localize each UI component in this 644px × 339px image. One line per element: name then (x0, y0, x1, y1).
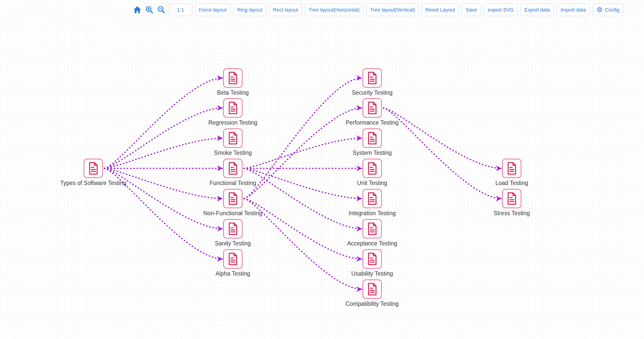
node-alpha[interactable] (223, 249, 242, 269)
node-root[interactable] (84, 159, 103, 178)
node-compatibility[interactable] (363, 280, 382, 299)
document-icon (367, 283, 377, 295)
tree-layout-vertical-button[interactable]: Tree layout(Vertical) (366, 4, 419, 16)
document-icon (367, 72, 377, 84)
node-sanity[interactable] (223, 219, 242, 238)
node-unit[interactable] (363, 159, 382, 178)
rect-layout-label: Rect layout (273, 7, 298, 13)
node-label-compatibility: Compatibility Testing (329, 300, 415, 307)
ring-layout-button[interactable]: Ring layout (233, 4, 266, 16)
node-acceptance[interactable] (363, 219, 382, 238)
document-icon (228, 102, 238, 114)
document-icon (506, 162, 517, 175)
save-button[interactable]: Save (462, 4, 481, 16)
import-data-button[interactable]: Import data (557, 4, 590, 16)
document-icon (367, 102, 377, 114)
node-label-beta: Beta Testing (190, 89, 276, 96)
export-data-button[interactable]: Export data (521, 4, 554, 16)
document-icon (367, 192, 377, 205)
document-icon (367, 162, 377, 175)
node-integration[interactable] (363, 189, 382, 208)
node-label-regression: Regression Testing (190, 119, 276, 126)
reset-layout-label: Reset Layout (425, 7, 455, 13)
document-icon (506, 192, 517, 205)
node-label-acceptance: Acceptance Testing (329, 240, 415, 247)
node-label-system: System Testing (329, 149, 415, 156)
document-icon (228, 72, 238, 84)
node-label-functional: Functional Testing (190, 180, 276, 186)
document-icon (228, 162, 238, 175)
config-button[interactable]: ⚙Config (593, 4, 623, 16)
node-regression[interactable] (223, 98, 242, 118)
home-icon[interactable] (133, 5, 142, 14)
graph-canvas: Types of Software TestingBeta TestingReg… (0, 0, 644, 339)
node-label-alpha: Alpha Testing (190, 270, 276, 277)
reset-layout-button[interactable]: Reset Layout (422, 4, 459, 16)
export-data-label: Export data (524, 7, 550, 13)
node-nonfunctional[interactable] (223, 189, 242, 208)
node-smoke[interactable] (223, 129, 242, 148)
document-icon (88, 162, 99, 175)
document-icon (367, 132, 377, 144)
document-icon (228, 253, 238, 265)
document-icon (367, 222, 377, 235)
document-icon (367, 253, 377, 265)
node-label-smoke: Smoke Testing (190, 149, 276, 156)
node-stress[interactable] (502, 189, 521, 208)
force-layout-label: Force layout (199, 7, 227, 13)
tree-layout-vertical-label: Tree layout(Vertical) (370, 7, 415, 13)
save-label: Save (466, 7, 477, 13)
force-layout-button[interactable]: Force layout (195, 4, 230, 16)
node-label-performance: Performance Testing (329, 119, 415, 126)
document-icon (228, 132, 238, 144)
scale-1-1-label: 1:1 (177, 7, 184, 13)
node-label-nonfunctional: Non-Functional Testing (190, 210, 276, 217)
document-icon (228, 222, 238, 235)
export-svg-button[interactable]: export SVG (484, 4, 518, 16)
node-label-unit: Unit Testing (329, 180, 415, 186)
node-label-root: Types of Software Testing (51, 180, 136, 186)
export-svg-label: export SVG (488, 7, 514, 13)
node-label-sanity: Sanity Testing (190, 240, 276, 247)
node-label-load: Load Testing (469, 180, 554, 186)
gear-icon: ⚙ (596, 7, 603, 13)
rect-layout-button[interactable]: Rect layout (269, 4, 302, 16)
node-functional[interactable] (223, 159, 242, 178)
document-icon (228, 192, 238, 205)
node-beta[interactable] (223, 68, 242, 88)
tree-layout-horizontal-label: Tree layout(Horizontal) (309, 7, 360, 13)
zoom-out-icon[interactable] (157, 5, 166, 14)
ring-layout-label: Ring layout (237, 7, 262, 13)
node-performance[interactable] (363, 98, 382, 118)
node-system[interactable] (363, 129, 382, 148)
node-label-integration: Integration Testing (329, 210, 415, 217)
zoom-in-icon[interactable] (145, 5, 154, 14)
node-label-usability: Usability Testing (329, 270, 415, 277)
node-label-security: Security Testing (329, 89, 415, 96)
node-security[interactable] (363, 68, 382, 88)
toolbar: 1:1Force layoutRing layoutRect layoutTre… (133, 4, 623, 16)
node-load[interactable] (502, 159, 521, 178)
import-data-label: Import data (561, 7, 586, 13)
scale-1-1-button[interactable]: 1:1 (169, 4, 192, 16)
node-label-stress: Stress Testing (469, 210, 554, 217)
node-usability[interactable] (363, 249, 382, 269)
config-label: Config (605, 7, 620, 13)
tree-layout-horizontal-button[interactable]: Tree layout(Horizontal) (305, 4, 363, 16)
